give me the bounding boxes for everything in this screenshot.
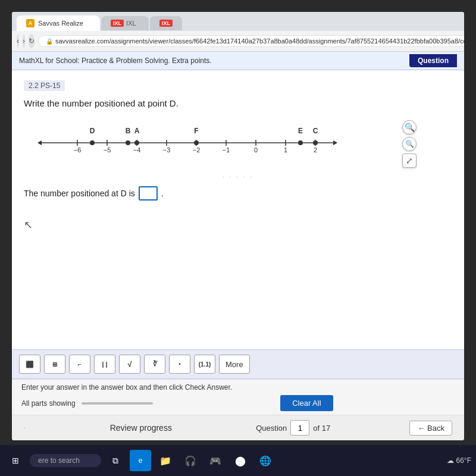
dots-separator: · · · · · — [24, 174, 452, 180]
back-nav-btn[interactable]: ‹ — [17, 34, 19, 48]
question-text: Write the number positioned at point D. — [24, 98, 452, 108]
svg-marker-1 — [37, 140, 42, 145]
svg-text:D: D — [90, 127, 95, 135]
zoom-out-btn[interactable]: 🔍 — [402, 137, 416, 151]
ixl-icon: IXL — [111, 20, 124, 27]
refresh-btn[interactable]: ↻ — [29, 34, 35, 48]
weather-temp: 66°F — [456, 456, 471, 465]
svg-text:F: F — [194, 127, 198, 135]
svg-text:−3: −3 — [163, 146, 171, 154]
svg-marker-2 — [333, 140, 337, 145]
edge-icon[interactable]: e — [130, 450, 151, 471]
weather-icon: ☁ — [447, 456, 454, 465]
inactive-tab[interactable]: IXL IXL — [101, 16, 149, 30]
chrome-icon[interactable]: ⬤ — [230, 450, 251, 471]
lock-icon: 🔒 — [46, 38, 53, 45]
svg-text:−4: −4 — [133, 146, 141, 154]
svg-text:2: 2 — [314, 146, 317, 154]
clear-all-btn[interactable]: Clear All — [280, 395, 333, 411]
answer-suffix: . — [161, 189, 164, 198]
math-btn-1[interactable]: ⬛ — [19, 355, 40, 374]
math-btn-5[interactable]: √ — [119, 355, 140, 374]
taskbar-search[interactable]: ere to search — [30, 454, 101, 467]
address-bar-row: ‹ › ↻ 🔒 savvasrealize.com/assignments/vi… — [12, 31, 464, 51]
number-line-container: −6 −5 −4 −3 −2 −1 0 — [36, 120, 452, 168]
ixl2-icon: IXL — [159, 20, 173, 27]
cursor-indicator: ↖ — [24, 218, 452, 231]
math-btn-4[interactable]: | | — [94, 355, 115, 374]
browser-chrome: A Savvas Realize IXL IXL IXL ‹ › ↻ 🔒 sa — [12, 12, 464, 52]
settings-icon[interactable]: 🎧 — [180, 450, 201, 471]
app6-icon[interactable]: 🌐 — [255, 450, 276, 471]
active-tab[interactable]: A Savvas Realize — [17, 15, 100, 31]
info-bar: MathXL for School: Practice & Problem So… — [12, 52, 464, 70]
svg-text:B: B — [126, 127, 131, 135]
review-progress-btn[interactable]: Review progress — [105, 421, 177, 435]
math-btn-2[interactable]: ⊞ — [44, 355, 65, 374]
math-btn-6[interactable]: ∛ — [144, 355, 165, 374]
math-btn-3[interactable]: ⌐ — [69, 355, 90, 374]
svg-text:−6: −6 — [74, 146, 82, 154]
taskbar-right: ☁ 66°F — [447, 456, 471, 465]
dot-left: · — [24, 424, 26, 432]
question-button[interactable]: Question — [409, 54, 457, 67]
svg-text:0: 0 — [254, 146, 258, 154]
another-tab[interactable]: IXL — [150, 16, 182, 30]
question-nav: Question of 17 — [256, 420, 330, 436]
expand-btn[interactable]: ⤢ — [402, 154, 416, 168]
zoom-in-btn[interactable]: 🔍 — [402, 120, 416, 134]
of-label: of 17 — [313, 424, 330, 433]
answer-prefix: The number positioned at D is — [24, 189, 135, 198]
svg-text:−5: −5 — [104, 146, 111, 154]
svg-text:−2: −2 — [193, 146, 201, 154]
question-container: 2.2 PS-15 Write the number positioned at… — [12, 70, 464, 349]
svg-point-27 — [194, 140, 199, 145]
svg-point-21 — [90, 140, 95, 145]
answer-row: The number positioned at D is . — [24, 186, 452, 201]
more-btn[interactable]: More — [219, 355, 250, 374]
math-btn-8[interactable]: (1.1) — [194, 355, 215, 374]
taskview-btn[interactable]: ⧉ — [105, 450, 126, 471]
zoom-controls: 🔍 🔍 ⤢ — [402, 120, 416, 168]
weather-badge: ☁ 66°F — [447, 456, 471, 465]
svg-point-23 — [126, 140, 130, 145]
tab-bar: A Savvas Realize IXL IXL IXL — [12, 12, 464, 31]
windows-btn[interactable]: ⊞ — [5, 450, 26, 471]
all-parts-label: All parts showing — [21, 399, 76, 408]
question-number-input[interactable] — [290, 420, 309, 436]
svg-text:−1: −1 — [223, 146, 230, 154]
back-btn[interactable]: ← Back — [409, 421, 452, 436]
math-btn-7[interactable]: · — [169, 355, 190, 374]
screen: A Savvas Realize IXL IXL IXL ‹ › ↻ 🔒 sa — [12, 12, 464, 440]
main-content: 2.2 PS-15 Write the number positioned at… — [12, 70, 464, 440]
question-id: 2.2 PS-15 — [24, 80, 65, 91]
svg-text:1: 1 — [284, 146, 287, 154]
progress-bar — [82, 402, 153, 405]
svg-point-25 — [134, 140, 139, 145]
forward-nav-btn[interactable]: › — [23, 34, 25, 48]
savvas-icon: A — [26, 19, 35, 27]
all-parts-row: All parts showing Clear All — [21, 395, 455, 411]
nav-footer: · Review progress Question of 17 ← Back — [12, 415, 464, 440]
taskbar: ⊞ ere to search ⧉ e 📁 🎧 🎮 ⬤ 🌐 ☁ 66°F — [0, 445, 476, 476]
instruction-text: Enter your answer in the answer box and … — [21, 383, 455, 392]
svg-point-29 — [298, 140, 303, 145]
svg-point-31 — [313, 140, 318, 145]
active-tab-label: Savvas Realize — [38, 20, 83, 27]
svg-text:A: A — [134, 127, 140, 135]
inactive-tab-label: IXL — [126, 20, 136, 27]
address-text: savvasrealize.com/assignments/viewer/cla… — [55, 37, 464, 45]
question-nav-label: Question — [256, 424, 287, 433]
math-toolbar: ⬛ ⊞ ⌐ | | √ ∛ · (1.1) More — [12, 349, 464, 379]
explorer-icon[interactable]: 📁 — [155, 450, 176, 471]
search-placeholder: ere to search — [38, 456, 80, 465]
store-icon[interactable]: 🎮 — [205, 450, 226, 471]
info-bar-text: MathXL for School: Practice & Problem So… — [19, 57, 212, 65]
bottom-bar: Enter your answer in the answer box and … — [12, 379, 464, 415]
laptop-frame: A Savvas Realize IXL IXL IXL ‹ › ↻ 🔒 sa — [0, 0, 476, 476]
number-line-svg: −6 −5 −4 −3 −2 −1 0 — [36, 120, 345, 156]
answer-input[interactable] — [139, 186, 158, 201]
svg-text:C: C — [313, 127, 318, 135]
svg-text:E: E — [298, 127, 303, 135]
address-bar[interactable]: 🔒 savvasrealize.com/assignments/viewer/c… — [38, 35, 464, 47]
